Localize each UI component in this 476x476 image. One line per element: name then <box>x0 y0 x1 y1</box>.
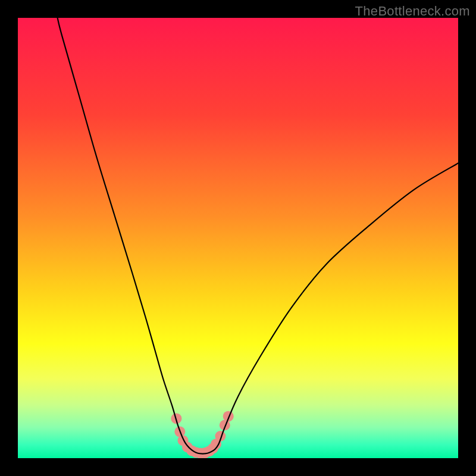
chart-frame: TheBottleneck.com <box>0 0 476 476</box>
plot-area <box>18 18 458 458</box>
curve-markers <box>171 411 233 458</box>
curve-layer <box>18 18 458 458</box>
bottleneck-curve <box>58 18 458 454</box>
watermark-text: TheBottleneck.com <box>355 4 470 19</box>
